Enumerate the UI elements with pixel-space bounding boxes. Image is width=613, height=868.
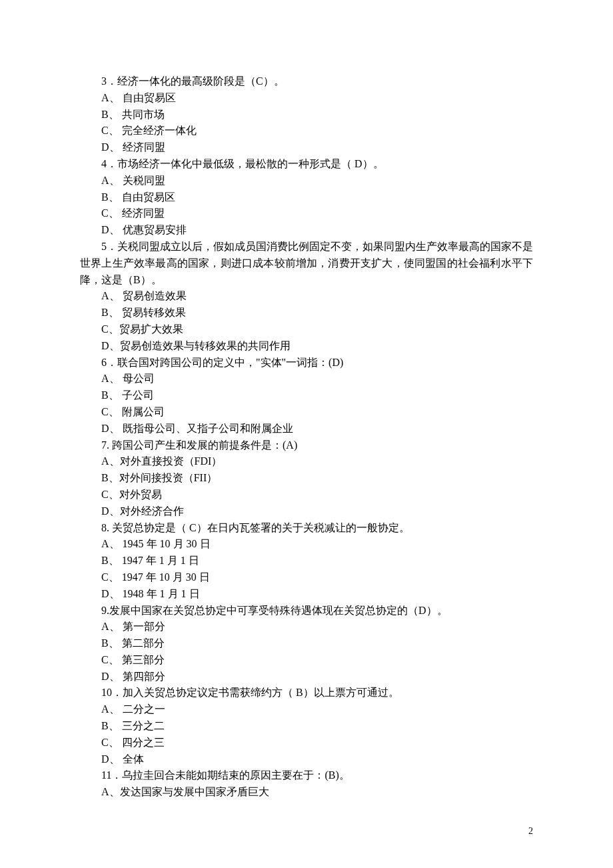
question-text: 9.发展中国家在关贸总协定中可享受特殊待遇体现在关贸总协定的（D）。 [101, 605, 448, 616]
question-option: C、 附属公司 [80, 404, 533, 421]
option-text: A、对外直接投资（FDI） [101, 455, 222, 467]
option-text: C、 完全经济一体化 [101, 125, 197, 136]
question-option: A、 二分之一 [80, 701, 533, 718]
option-text: B、 第二部分 [101, 637, 165, 649]
option-text: C、 经济同盟 [101, 207, 165, 219]
question-option: C、 1947 年 10 月 30 日 [80, 569, 533, 586]
question-option: D、 既指母公司、又指子公司和附属企业 [80, 421, 533, 437]
option-text: C、 第三部分 [101, 654, 165, 665]
option-text: D、 第四部分 [101, 671, 165, 682]
option-text: C、贸易扩大效果 [101, 323, 183, 335]
question-option: D、 全体 [80, 751, 533, 768]
option-text: D、 经济同盟 [101, 141, 165, 153]
option-text: D、贸易创造效果与转移效果的共同作用 [101, 340, 291, 351]
option-text: B、 子公司 [101, 389, 154, 401]
option-text: A、 自由贸易区 [101, 92, 176, 103]
question-option: A、 关税同盟 [80, 173, 533, 189]
option-text: B、 1947 年 1 月 1 日 [101, 555, 199, 566]
question-option: B、 贸易转移效果 [80, 305, 533, 321]
question-option: B、 1947 年 1 月 1 日 [80, 553, 533, 569]
question-option: A、 自由贸易区 [80, 90, 533, 107]
question-stem: 4．市场经济一体化中最低级，最松散的一种形式是（ D）。 [80, 156, 533, 173]
question-option: C、贸易扩大效果 [80, 321, 533, 338]
question-option: B、 子公司 [80, 387, 533, 404]
question-option: B、 共同市场 [80, 107, 533, 123]
question-option: B、 自由贸易区 [80, 189, 533, 206]
document-page: 3．经济一体化的最高级阶段是（C）。A、 自由贸易区B、 共同市场C、 完全经济… [0, 0, 613, 868]
option-text: C、对外贸易 [101, 489, 162, 500]
option-text: C、 1947 年 10 月 30 日 [101, 571, 210, 583]
question-option: A、 母公司 [80, 371, 533, 387]
question-text: 6．联合国对跨国公司的定义中，"实体"一词指：(D) [101, 357, 343, 368]
option-text: D、 优惠贸易安排 [101, 224, 187, 235]
question-option: D、贸易创造效果与转移效果的共同作用 [80, 338, 533, 355]
question-stem: 7. 跨国公司产生和发展的前提条件是：(A) [80, 437, 533, 454]
page-number: 2 [528, 824, 533, 839]
option-text: B、 三分之二 [101, 720, 165, 731]
question-option: B、 三分之二 [80, 718, 533, 735]
option-text: A、 贸易创造效果 [101, 290, 187, 301]
question-option: D、 优惠贸易安排 [80, 222, 533, 239]
question-text: 11．乌拉圭回合未能如期结束的原因主要在于：(B)。 [101, 769, 350, 781]
question-option: D、 经济同盟 [80, 139, 533, 156]
question-option: C、 经济同盟 [80, 205, 533, 222]
option-text: D、对外经济合作 [101, 505, 184, 517]
question-option: C、对外贸易 [80, 487, 533, 503]
option-text: C、 四分之三 [101, 737, 165, 748]
option-text: A、 母公司 [101, 373, 155, 384]
option-text: B、对外间接投资（FII） [101, 472, 217, 483]
question-text: 5．关税同盟成立以后，假如成员国消费比例固定不变，如果同盟内生产效率最高的国家不… [80, 241, 533, 285]
question-option: A、 1945 年 10 月 30 日 [80, 536, 533, 553]
question-option: B、对外间接投资（FII） [80, 470, 533, 487]
option-text: A、 1945 年 10 月 30 日 [101, 538, 211, 549]
option-text: B、 贸易转移效果 [101, 307, 186, 318]
option-text: D、 全体 [101, 753, 144, 765]
question-option: D、对外经济合作 [80, 503, 533, 520]
question-stem: 9.发展中国家在关贸总协定中可享受特殊待遇体现在关贸总协定的（D）。 [80, 603, 533, 619]
option-text: A、发达国家与发展中国家矛盾巨大 [101, 786, 269, 797]
question-text: 3．经济一体化的最高级阶段是（C）。 [101, 75, 285, 87]
page-content: 3．经济一体化的最高级阶段是（C）。A、 自由贸易区B、 共同市场C、 完全经济… [80, 73, 533, 801]
question-text: 10．加入关贸总协定议定书需获缔约方（ B）以上票方可通过。 [101, 687, 399, 698]
question-option: B、 第二部分 [80, 635, 533, 652]
question-stem: 11．乌拉圭回合未能如期结束的原因主要在于：(B)。 [80, 767, 533, 784]
question-option: C、 第三部分 [80, 652, 533, 669]
option-text: A、 关税同盟 [101, 175, 165, 186]
question-option: C、 四分之三 [80, 735, 533, 751]
option-text: D、 既指母公司、又指子公司和附属企业 [101, 423, 293, 434]
question-text: 4．市场经济一体化中最低级，最松散的一种形式是（ D）。 [101, 158, 384, 169]
question-option: A、发达国家与发展中国家矛盾巨大 [80, 784, 533, 801]
question-text: 8. 关贸总协定是（ C）在日内瓦签署的关于关税减让的一般协定。 [101, 522, 410, 533]
option-text: D、 1948 年 1 月 1 日 [101, 588, 200, 599]
question-stem: 10．加入关贸总协定议定书需获缔约方（ B）以上票方可通过。 [80, 685, 533, 701]
option-text: B、 自由贸易区 [101, 191, 175, 203]
option-text: B、 共同市场 [101, 109, 165, 120]
question-option: A、对外直接投资（FDI） [80, 453, 533, 470]
question-stem: 6．联合国对跨国公司的定义中，"实体"一词指：(D) [80, 355, 533, 371]
option-text: A、 二分之一 [101, 703, 165, 715]
question-option: A、 贸易创造效果 [80, 288, 533, 305]
question-option: D、 第四部分 [80, 669, 533, 685]
question-option: A、 第一部分 [80, 619, 533, 635]
option-text: C、 附属公司 [101, 406, 165, 417]
option-text: A、 第一部分 [101, 621, 165, 632]
question-stem: 8. 关贸总协定是（ C）在日内瓦签署的关于关税减让的一般协定。 [80, 520, 533, 537]
question-stem: 3．经济一体化的最高级阶段是（C）。 [80, 73, 533, 90]
question-stem: 5．关税同盟成立以后，假如成员国消费比例固定不变，如果同盟内生产效率最高的国家不… [80, 239, 533, 288]
question-option: C、 完全经济一体化 [80, 123, 533, 139]
question-text: 7. 跨国公司产生和发展的前提条件是：(A) [101, 439, 297, 451]
question-option: D、 1948 年 1 月 1 日 [80, 586, 533, 603]
